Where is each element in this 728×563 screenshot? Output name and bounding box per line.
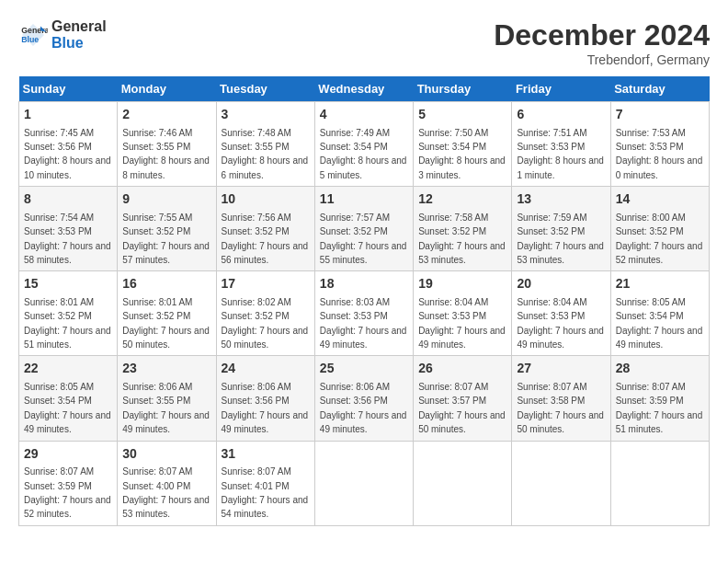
day-number: 12 — [418, 190, 506, 209]
day-number: 23 — [122, 360, 210, 378]
day-number: 17 — [222, 275, 310, 293]
sunset-info: Sunset: 3:53 PM — [517, 311, 585, 321]
calendar-cell: 8 Sunrise: 7:54 AM Sunset: 3:53 PM Dayli… — [19, 187, 118, 271]
day-number: 1 — [24, 106, 112, 124]
sunrise-info: Sunrise: 8:00 AM — [616, 213, 686, 223]
sunset-info: Sunset: 3:56 PM — [24, 142, 92, 152]
calendar-cell: 2 Sunrise: 7:46 AM Sunset: 3:55 PM Dayli… — [118, 102, 216, 187]
weekday-header-monday: Monday — [118, 76, 216, 102]
calendar-cell: 10 Sunrise: 7:56 AM Sunset: 3:52 PM Dayl… — [216, 187, 314, 271]
calendar-cell: 24 Sunrise: 8:06 AM Sunset: 3:56 PM Dayl… — [216, 356, 314, 441]
sunset-info: Sunset: 3:55 PM — [122, 396, 190, 406]
calendar-cell: 23 Sunrise: 8:06 AM Sunset: 3:55 PM Dayl… — [118, 356, 216, 441]
day-number: 31 — [222, 445, 310, 464]
day-number: 16 — [122, 275, 210, 293]
calendar-cell: 17 Sunrise: 8:02 AM Sunset: 3:52 PM Dayl… — [216, 271, 314, 356]
daylight-info: Daylight: 7 hours and 50 minutes. — [418, 410, 506, 434]
sunset-info: Sunset: 3:52 PM — [24, 311, 92, 321]
day-number: 24 — [222, 360, 310, 378]
daylight-info: Daylight: 7 hours and 53 minutes. — [517, 241, 604, 265]
sunrise-info: Sunrise: 7:53 AM — [616, 128, 686, 138]
daylight-info: Daylight: 7 hours and 49 minutes. — [418, 326, 506, 350]
sunset-info: Sunset: 3:53 PM — [24, 226, 92, 236]
daylight-info: Daylight: 7 hours and 49 minutes. — [320, 410, 407, 434]
sunrise-info: Sunrise: 8:07 AM — [616, 382, 686, 392]
sunset-info: Sunset: 4:00 PM — [122, 481, 190, 491]
sunrise-info: Sunrise: 7:58 AM — [418, 213, 488, 223]
logo-line2: Blue — [51, 35, 107, 52]
sunrise-info: Sunrise: 8:06 AM — [320, 382, 390, 392]
sunrise-info: Sunrise: 8:07 AM — [418, 382, 488, 392]
sunrise-info: Sunrise: 8:01 AM — [122, 297, 192, 307]
calendar-cell: 7 Sunrise: 7:53 AM Sunset: 3:53 PM Dayli… — [610, 102, 709, 187]
sunset-info: Sunset: 3:54 PM — [24, 396, 92, 406]
daylight-info: Daylight: 7 hours and 56 minutes. — [222, 241, 309, 265]
weekday-header-tuesday: Tuesday — [216, 76, 314, 102]
calendar-week-4: 22 Sunrise: 8:05 AM Sunset: 3:54 PM Dayl… — [19, 356, 710, 441]
calendar-cell: 21 Sunrise: 8:05 AM Sunset: 3:54 PM Dayl… — [610, 271, 709, 356]
day-number: 20 — [517, 275, 605, 293]
day-number: 22 — [24, 360, 112, 378]
day-number: 6 — [517, 106, 605, 124]
sunset-info: Sunset: 3:54 PM — [616, 311, 684, 321]
sunset-info: Sunset: 3:59 PM — [616, 396, 684, 406]
sunrise-info: Sunrise: 7:54 AM — [24, 213, 94, 223]
calendar-week-3: 15 Sunrise: 8:01 AM Sunset: 3:52 PM Dayl… — [19, 271, 710, 356]
calendar-week-1: 1 Sunrise: 7:45 AM Sunset: 3:56 PM Dayli… — [19, 102, 710, 187]
calendar-table: SundayMondayTuesdayWednesdayThursdayFrid… — [18, 76, 710, 526]
day-number: 11 — [320, 190, 408, 209]
day-number: 28 — [616, 360, 704, 378]
svg-text:Blue: Blue — [21, 35, 39, 44]
sunset-info: Sunset: 3:52 PM — [418, 226, 486, 236]
day-number: 30 — [122, 445, 210, 464]
daylight-info: Daylight: 7 hours and 54 minutes. — [222, 495, 309, 519]
day-number: 14 — [616, 190, 704, 209]
calendar-week-5: 29 Sunrise: 8:07 AM Sunset: 3:59 PM Dayl… — [19, 441, 710, 525]
sunset-info: Sunset: 3:57 PM — [418, 396, 486, 406]
sunset-info: Sunset: 3:53 PM — [320, 311, 388, 321]
weekday-header-saturday: Saturday — [610, 76, 709, 102]
day-number: 26 — [418, 360, 506, 378]
daylight-info: Daylight: 8 hours and 6 minutes. — [222, 155, 309, 179]
sunset-info: Sunset: 3:54 PM — [418, 142, 486, 152]
sunset-info: Sunset: 3:52 PM — [222, 311, 290, 321]
sunrise-info: Sunrise: 8:05 AM — [616, 297, 686, 307]
day-number: 10 — [222, 190, 310, 209]
sunrise-info: Sunrise: 8:07 AM — [222, 466, 291, 477]
day-number: 15 — [24, 275, 112, 293]
sunset-info: Sunset: 3:52 PM — [320, 226, 388, 236]
sunset-info: Sunset: 4:01 PM — [222, 481, 290, 491]
daylight-info: Daylight: 7 hours and 49 minutes. — [122, 410, 210, 434]
daylight-info: Daylight: 7 hours and 55 minutes. — [320, 241, 407, 265]
daylight-info: Daylight: 7 hours and 52 minutes. — [616, 241, 703, 265]
daylight-info: Daylight: 7 hours and 50 minutes. — [517, 410, 604, 434]
day-number: 25 — [320, 360, 408, 378]
daylight-info: Daylight: 7 hours and 50 minutes. — [222, 326, 309, 350]
sunset-info: Sunset: 3:52 PM — [222, 226, 290, 236]
calendar-cell — [314, 441, 413, 525]
sunrise-info: Sunrise: 7:48 AM — [222, 128, 291, 138]
calendar-cell: 18 Sunrise: 8:03 AM Sunset: 3:53 PM Dayl… — [314, 271, 413, 356]
daylight-info: Daylight: 8 hours and 10 minutes. — [24, 155, 111, 179]
sunset-info: Sunset: 3:56 PM — [320, 396, 388, 406]
calendar-cell: 29 Sunrise: 8:07 AM Sunset: 3:59 PM Dayl… — [19, 441, 118, 525]
sunrise-info: Sunrise: 8:05 AM — [24, 382, 94, 392]
sunset-info: Sunset: 3:52 PM — [616, 226, 684, 236]
weekday-header-row: SundayMondayTuesdayWednesdayThursdayFrid… — [19, 76, 710, 102]
day-number: 21 — [616, 275, 704, 293]
sunrise-info: Sunrise: 8:03 AM — [320, 297, 390, 307]
weekday-header-wednesday: Wednesday — [314, 76, 413, 102]
logo: General Blue General Blue — [18, 18, 107, 51]
sunrise-info: Sunrise: 7:46 AM — [122, 128, 192, 138]
sunrise-info: Sunrise: 8:04 AM — [517, 297, 586, 307]
calendar-cell — [414, 441, 512, 525]
calendar-cell: 16 Sunrise: 8:01 AM Sunset: 3:52 PM Dayl… — [118, 271, 216, 356]
sunrise-info: Sunrise: 7:49 AM — [320, 128, 390, 138]
daylight-info: Daylight: 7 hours and 52 minutes. — [24, 495, 111, 519]
daylight-info: Daylight: 7 hours and 57 minutes. — [122, 241, 210, 265]
calendar-cell: 26 Sunrise: 8:07 AM Sunset: 3:57 PM Dayl… — [414, 356, 512, 441]
calendar-cell: 25 Sunrise: 8:06 AM Sunset: 3:56 PM Dayl… — [314, 356, 413, 441]
sunrise-info: Sunrise: 7:51 AM — [517, 128, 586, 138]
sunrise-info: Sunrise: 7:55 AM — [122, 213, 192, 223]
day-number: 8 — [24, 190, 112, 209]
